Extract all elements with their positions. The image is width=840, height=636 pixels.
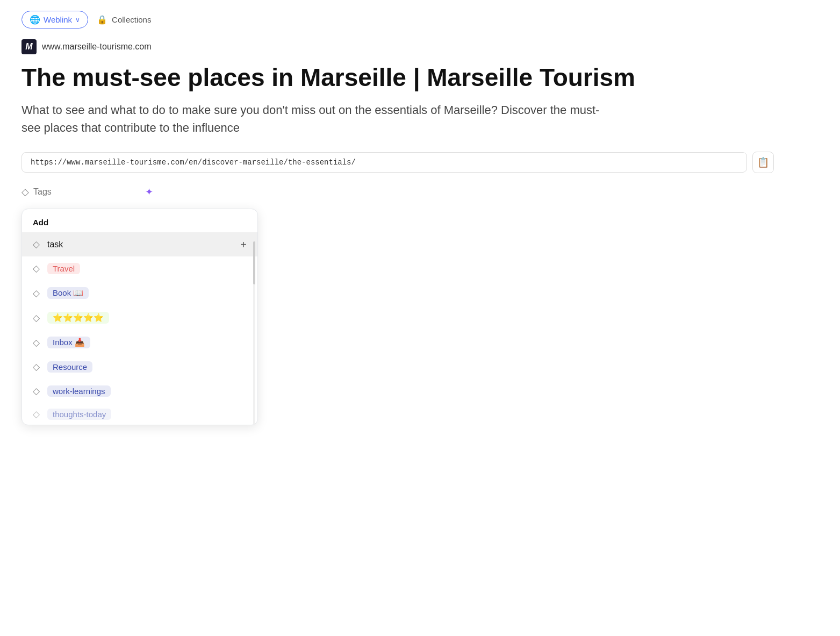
tag-icon: ◇ <box>21 186 29 198</box>
tag-icon: ◇ <box>33 385 40 397</box>
tag-icon: ◇ <box>33 263 40 274</box>
list-item[interactable]: ◇ Travel <box>22 256 257 281</box>
collections-button[interactable]: 🔒 Collections <box>97 15 151 25</box>
collections-label: Collections <box>112 15 151 24</box>
tags-input[interactable] <box>33 187 141 197</box>
tag-label: Travel <box>47 263 247 274</box>
thoughts-today-tag: thoughts-today <box>47 409 111 420</box>
list-item[interactable]: ◇ work-learnings <box>22 379 257 403</box>
stars-tag: ⭐⭐⭐⭐⭐ <box>47 312 109 324</box>
url-bar-container: 📋 <box>21 152 774 173</box>
add-icon[interactable]: + <box>240 238 247 251</box>
site-domain: www.marseille-tourisme.com <box>42 42 152 52</box>
list-item[interactable]: ◇ Inbox 📥 <box>22 330 257 355</box>
travel-tag: Travel <box>47 263 80 274</box>
tag-icon: ◇ <box>33 337 40 348</box>
url-input[interactable] <box>21 152 747 173</box>
list-item[interactable]: ◇ task + <box>22 232 257 256</box>
tag-label: thoughts-today <box>47 409 247 420</box>
tag-icon: ◇ <box>33 409 40 420</box>
list-item[interactable]: ◇ Resource <box>22 355 257 379</box>
copy-button[interactable]: 📋 <box>752 152 774 173</box>
scrollbar-track[interactable] <box>253 241 255 425</box>
list-item[interactable]: ◇ ⭐⭐⭐⭐⭐ <box>22 305 257 330</box>
inbox-tag: Inbox 📥 <box>47 337 90 348</box>
tag-icon: ◇ <box>33 312 40 324</box>
resource-tag: Resource <box>47 361 92 373</box>
tags-row: ◇ ✦ <box>21 186 819 198</box>
tag-label: task <box>47 240 247 249</box>
top-bar: 🌐 Weblink ∨ 🔒 Collections <box>21 11 819 28</box>
lock-icon: 🔒 <box>97 15 107 25</box>
globe-icon: 🌐 <box>30 15 40 25</box>
weblink-button[interactable]: 🌐 Weblink ∨ <box>21 11 88 28</box>
site-url-row: M www.marseille-tourisme.com <box>21 39 819 54</box>
scrollbar-thumb[interactable] <box>253 241 255 284</box>
tag-label: ⭐⭐⭐⭐⭐ <box>47 312 247 324</box>
page-description: What to see and what to do to make sure … <box>21 101 613 137</box>
list-item[interactable]: ◇ thoughts-today <box>22 403 257 425</box>
book-tag: Book 📖 <box>47 287 89 299</box>
work-learnings-tag: work-learnings <box>47 385 111 397</box>
tag-icon: ◇ <box>33 239 40 250</box>
list-item[interactable]: ◇ Book 📖 <box>22 281 257 305</box>
chevron-down-icon: ∨ <box>75 16 80 24</box>
site-logo: M <box>21 39 37 54</box>
page-title: The must-see places in Marseille | Marse… <box>21 63 666 92</box>
tag-icon: ◇ <box>33 288 40 299</box>
copy-icon: 📋 <box>757 156 769 168</box>
tag-label: Inbox 📥 <box>47 337 247 348</box>
tag-label: Book 📖 <box>47 287 247 299</box>
ai-sparkle-icon[interactable]: ✦ <box>145 186 153 198</box>
tag-label: Resource <box>47 361 247 373</box>
tag-icon: ◇ <box>33 361 40 373</box>
tags-dropdown: Add ◇ task + ◇ Travel ◇ Book 📖 ◇ ⭐⭐⭐⭐⭐ ◇… <box>21 209 258 425</box>
tag-label: work-learnings <box>47 385 247 397</box>
weblink-label: Weblink <box>44 15 72 24</box>
dropdown-header: Add <box>22 209 257 232</box>
